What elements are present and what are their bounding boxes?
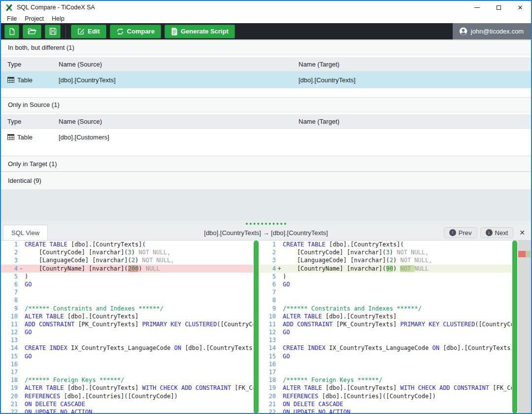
- user-icon: [459, 27, 467, 35]
- code-line: 21ON DELETE CASCADE: [1, 400, 253, 408]
- app-window: SQL Compare - TiCodeX SA ✕ File Project …: [0, 0, 532, 414]
- code-line: 19ALTER TABLE [dbo].[CountryTexts] WITH …: [259, 384, 512, 392]
- horizontal-splitter[interactable]: [1, 221, 531, 225]
- code-line: 6GO: [259, 280, 512, 288]
- table-row-customers[interactable]: Table [dbo].[Customers]: [1, 129, 531, 145]
- sql-editor-target[interactable]: 1CREATE TABLE [dbo].[CountryTexts](2 [Co…: [259, 241, 512, 414]
- section-title: Only in Target (1): [8, 160, 57, 168]
- open-folder-icon: [28, 28, 36, 35]
- code-line: 2 [CountryCode] [nvarchar](3) NOT NULL,: [1, 248, 253, 256]
- code-line: 8: [1, 296, 253, 304]
- scrollbar-thumb[interactable]: [254, 241, 259, 414]
- code-line: 3 [LanguageCode] [nvarchar](2) NOT NULL,: [259, 256, 512, 264]
- code-line: 3 [LanguageCode] [nvarchar](2) NOT NULL,: [1, 256, 253, 264]
- scrollbar-target[interactable]: [512, 241, 518, 414]
- code-line: 4- [CountryName] [nvarchar](200) NULL: [1, 265, 253, 273]
- sql-view-bar: SQL View [dbo].[CountryTexts] → [dbo].[C…: [1, 225, 531, 241]
- save-icon: [49, 28, 57, 35]
- sql-view-close-button[interactable]: ✕: [516, 229, 528, 237]
- generate-script-button[interactable]: Generate Script: [165, 25, 235, 38]
- code-line: 1CREATE TABLE [dbo].[CountryTexts](: [1, 241, 253, 248]
- code-line: 12GO: [1, 328, 253, 336]
- code-line: 9/****** Constraints and Indexes ******/: [1, 305, 253, 312]
- code-line: 4+ [CountryName] [nvarchar](90) NOT NULL: [259, 265, 512, 273]
- section-header-identical[interactable]: Identical (9): [1, 172, 531, 190]
- code-line: 22ON UPDATE NO ACTION: [259, 408, 512, 414]
- col-name-target[interactable]: Name (Target): [299, 61, 531, 68]
- scrollbar-source[interactable]: [253, 241, 259, 414]
- code-line: 17: [259, 368, 512, 376]
- column-headers: Type Name (Source) Name (Target): [1, 114, 531, 129]
- edit-label: Edit: [88, 28, 100, 35]
- code-line: 14CREATE INDEX IX_CountryTexts_LanguageC…: [1, 344, 253, 352]
- minimize-icon: [474, 7, 480, 8]
- compare-label: Compare: [127, 28, 155, 35]
- maximize-button[interactable]: [488, 1, 509, 14]
- compare-sync-icon: [116, 28, 124, 35]
- code-line: 10ALTER TABLE [dbo].[CountryTexts]: [1, 312, 253, 320]
- diff-overview-ruler[interactable]: [518, 241, 531, 414]
- empty-area: [1, 190, 531, 221]
- code-line: 20REFERENCES [dbo].[Countries]([CountryC…: [1, 392, 253, 400]
- code-line: 16: [1, 360, 253, 368]
- section-header-only-source[interactable]: Only in Source (1): [1, 97, 531, 112]
- menu-help[interactable]: Help: [48, 15, 68, 22]
- code-line: 11ADD CONSTRAINT [PK_CountryTexts] PRIMA…: [259, 320, 512, 328]
- section-header-in-both[interactable]: In both, but different (1): [1, 40, 531, 55]
- code-line: 6GO: [1, 280, 253, 288]
- code-line: 12GO: [259, 328, 512, 336]
- col-name-target[interactable]: Name (Target): [299, 118, 531, 125]
- code-line: 7: [259, 288, 512, 296]
- code-line: 14CREATE INDEX IX_CountryTexts_LanguageC…: [259, 344, 512, 352]
- next-button[interactable]: ↓ Next: [480, 227, 514, 238]
- account-button[interactable]: john@ticodex.com: [453, 23, 531, 39]
- diff-mark-added: [526, 251, 531, 257]
- code-line: 16: [259, 360, 512, 368]
- table-icon: [7, 134, 14, 140]
- column-headers: Type Name (Source) Name (Target): [1, 57, 531, 71]
- code-line: 11ADD CONSTRAINT [PK_CountryTexts] PRIMA…: [1, 320, 253, 328]
- new-project-button[interactable]: [4, 25, 19, 38]
- code-line: 17: [1, 368, 253, 376]
- table-row-countrytexts[interactable]: Table [dbo].[CountryTexts] [dbo].[Countr…: [1, 71, 531, 88]
- save-project-button[interactable]: [45, 25, 61, 38]
- code-line: 18/****** Foreign Keys ******/: [1, 376, 253, 384]
- sql-editor-source[interactable]: 1CREATE TABLE [dbo].[CountryTexts](2 [Co…: [1, 241, 253, 414]
- new-file-icon: [8, 28, 16, 35]
- prev-label: Prev: [459, 229, 472, 237]
- title-bar: SQL Compare - TiCodeX SA ✕: [1, 1, 531, 14]
- row-type: Table: [17, 134, 33, 141]
- sql-diff-view: 1CREATE TABLE [dbo].[CountryTexts](2 [Co…: [1, 241, 531, 414]
- edit-button[interactable]: Edit: [71, 25, 106, 38]
- code-line: 5): [259, 273, 512, 280]
- close-button[interactable]: ✕: [509, 1, 531, 14]
- minimize-button[interactable]: [466, 1, 488, 14]
- tab-label: SQL View: [11, 229, 39, 237]
- section-title: Identical (9): [8, 177, 41, 184]
- col-type[interactable]: Type: [7, 61, 59, 68]
- compare-button[interactable]: Compare: [110, 25, 161, 38]
- diff-mark-removed: [518, 251, 526, 257]
- prev-button[interactable]: ↑ Prev: [444, 227, 477, 238]
- app-logo-icon: [5, 4, 13, 11]
- table-icon: [7, 77, 14, 83]
- toolbar-separator: [66, 25, 66, 38]
- tab-sql-view[interactable]: SQL View: [3, 225, 48, 240]
- col-name-source[interactable]: Name (Source): [59, 61, 299, 68]
- code-line: 15GO: [259, 352, 512, 360]
- row-source: [dbo].[Customers]: [59, 134, 299, 141]
- code-line: 22ON UPDATE NO ACTION: [1, 408, 253, 414]
- code-line: 21ON DELETE CASCADE: [259, 400, 512, 408]
- code-line: 9/****** Constraints and Indexes ******/: [259, 305, 512, 312]
- code-line: 1CREATE TABLE [dbo].[CountryTexts](: [259, 241, 512, 248]
- window-title: SQL Compare - TiCodeX SA: [17, 4, 466, 11]
- section-title: In both, but different (1): [8, 44, 74, 51]
- col-type[interactable]: Type: [7, 118, 59, 125]
- col-name-source[interactable]: Name (Source): [59, 118, 299, 125]
- open-project-button[interactable]: [23, 25, 41, 38]
- menu-file[interactable]: File: [3, 15, 21, 22]
- menu-project[interactable]: Project: [21, 15, 48, 22]
- section-header-only-target[interactable]: Only in Target (1): [1, 156, 531, 172]
- section-only-source: Only in Source (1) Type Name (Source) Na…: [1, 97, 531, 156]
- scrollbar-thumb[interactable]: [512, 241, 517, 414]
